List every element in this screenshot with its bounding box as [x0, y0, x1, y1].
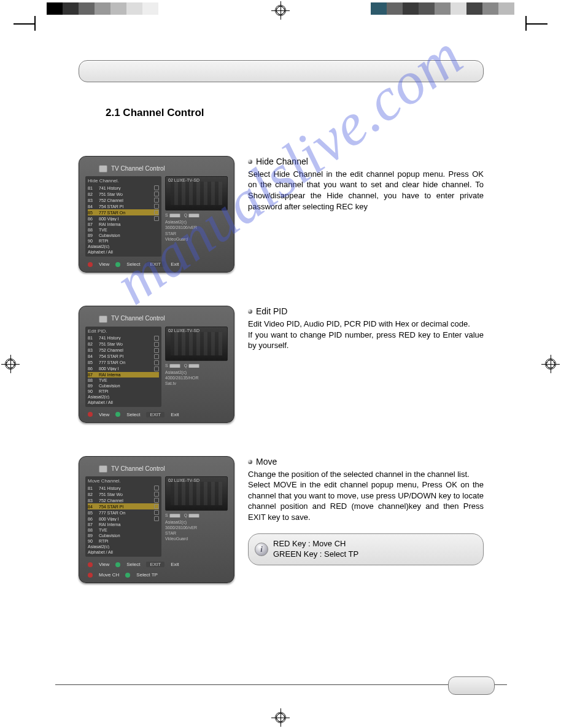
channel-row: 81741 History — [88, 485, 159, 491]
bullet-icon — [248, 460, 252, 464]
page-header-box — [79, 60, 484, 82]
dot-icon — [115, 562, 120, 567]
channel-row: 90RTPi — [88, 238, 159, 244]
channel-row: 83752 Channel — [88, 347, 159, 354]
dot-icon — [115, 262, 120, 267]
channel-row: 90RTPi — [88, 389, 159, 394]
channel-row: 85777 STAR On — [88, 509, 159, 516]
footer-rule — [55, 684, 507, 685]
channel-row: 88TVE — [88, 227, 159, 233]
channel-row: 84754 STAR Pl — [88, 203, 159, 209]
channel-row: 86800 Vijay I — [88, 516, 159, 522]
section-body-text: Change the position of the selected chan… — [248, 469, 484, 480]
channel-row: 86800 Vijay I — [88, 366, 159, 372]
hint-line: RED Key : Move CH — [273, 539, 474, 549]
channel-row: 85777 STAR On — [88, 209, 159, 215]
registration-mark-icon — [275, 5, 286, 16]
channel-row: 87RAI Interna — [88, 522, 159, 527]
exit-badge: EXIT — [146, 261, 164, 267]
registration-mark-icon — [275, 712, 286, 723]
section-body-text: Select MOVE in the edit channel popup me… — [248, 479, 484, 522]
channel-row: 88TVE — [88, 378, 159, 383]
channel-row: 83752 Channel — [88, 497, 159, 503]
doc-section: TV Channel Control Hide Channel. 81741 H… — [79, 156, 484, 273]
channel-row: 89Cubavision — [88, 233, 159, 238]
tv-screenshot: TV Channel Control Edit PID. 81741 Histo… — [79, 306, 234, 422]
channel-row: 90RTPi — [88, 538, 159, 544]
dot-icon — [88, 412, 93, 417]
bullet-icon — [248, 309, 252, 314]
hint-line: GREEN Key : Select TP — [273, 549, 474, 560]
section-body-text: Select Hide Channel in the edit channel … — [248, 169, 484, 212]
tv-icon — [99, 316, 107, 323]
channel-row: 87RAI Interna — [88, 372, 159, 378]
channel-row: 81741 History — [88, 185, 159, 191]
section-title: Hide Channel — [256, 156, 308, 168]
exit-badge: EXIT — [146, 562, 164, 567]
channel-row: 88TVE — [88, 527, 159, 533]
doc-section: TV Channel Control Move Channel. 81741 H… — [79, 456, 484, 583]
tv-screenshot: TV Channel Control Hide Channel. 81741 H… — [79, 156, 234, 273]
video-preview: 02 LUXE-TV-SD — [165, 476, 228, 511]
info-icon: i — [255, 543, 268, 556]
hint-box: i RED Key : Move CH GREEN Key : Select T… — [248, 533, 484, 565]
green-dot-icon — [125, 573, 130, 578]
tv-icon — [99, 465, 107, 473]
tv-screenshot: TV Channel Control Move Channel. 81741 H… — [79, 456, 234, 583]
crop-mark — [14, 23, 36, 25]
channel-row: 82751 Star Wo — [88, 491, 159, 497]
dot-icon — [115, 412, 120, 417]
channel-row: 84754 STAR Pl — [88, 354, 159, 360]
section-body-text: If you want to change PID number, press … — [248, 330, 484, 351]
dot-icon — [88, 562, 93, 567]
dot-icon — [88, 262, 93, 267]
tv-icon — [99, 165, 107, 172]
page-number-badge — [448, 676, 495, 695]
channel-row: 87RAI Interna — [88, 222, 159, 227]
channel-row: 82751 Star Wo — [88, 191, 159, 197]
crop-mark — [525, 23, 547, 25]
section-title: Move — [256, 456, 277, 468]
bullet-icon — [248, 160, 252, 164]
section-title: Edit PID — [256, 306, 287, 317]
doc-section: TV Channel Control Edit PID. 81741 Histo… — [79, 306, 484, 422]
section-body-text: Edit Video PID, Audio PID, PCR PID with … — [248, 319, 484, 330]
exit-badge: EXIT — [146, 412, 164, 417]
registration-mark-icon — [545, 358, 556, 370]
red-dot-icon — [88, 573, 93, 578]
channel-row: 89Cubavision — [88, 383, 159, 389]
channel-row: 81741 History — [88, 335, 159, 341]
channel-row: 89Cubavision — [88, 533, 159, 538]
channel-row: 86800 Vijay I — [88, 215, 159, 222]
channel-row: 85777 STAR On — [88, 360, 159, 366]
channel-row: 84754 STAR Pl — [88, 503, 159, 509]
video-preview: 02 LUXE-TV-SD — [165, 176, 228, 211]
video-preview: 02 LUXE-TV-SD — [165, 327, 228, 361]
channel-row: 82751 Star Wo — [88, 341, 159, 347]
channel-row: 83752 Channel — [88, 197, 159, 203]
registration-mark-icon — [5, 358, 16, 370]
section-heading: 2.1 Channel Control — [106, 107, 484, 119]
